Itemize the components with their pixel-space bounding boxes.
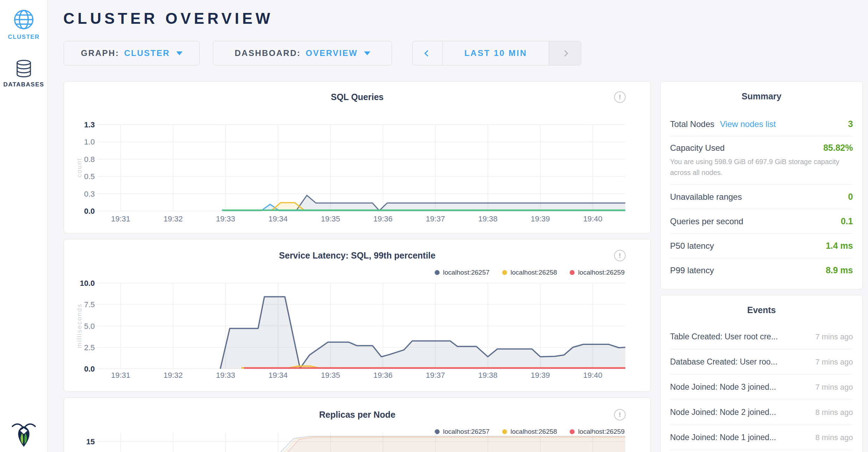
summary-row: P99 latency 8.9 ms <box>670 258 853 282</box>
x-tick-label: 19:36 <box>373 371 392 380</box>
y-tick-label: 10 <box>86 451 95 452</box>
chevron-right-icon <box>562 50 568 56</box>
cockroachdb-logo <box>0 421 48 449</box>
y-tick-label: 15 <box>86 437 95 446</box>
y-tick-label: 0.5 <box>84 172 95 181</box>
event-row[interactable]: Database Created: User roo... 7 mins ago <box>670 349 853 375</box>
event-row[interactable]: Node Joined: Node 2 joined... 8 mins ago <box>670 400 853 425</box>
y-tick-label: 5.0 <box>84 322 95 331</box>
summary-row: Unavailable ranges 0 <box>670 185 853 209</box>
y-axis-label: count <box>76 158 83 177</box>
capacity-note: You are using 598.9 GiB of 697.9 GiB sto… <box>670 156 853 185</box>
sidebar-item-label: DATABASES <box>0 81 48 88</box>
y-tick-label: 10.0 <box>80 279 95 288</box>
x-tick-label: 19:38 <box>478 371 497 380</box>
x-tick-label: 19:39 <box>531 371 550 380</box>
chart-card-service-latency: Service Latency: SQL, 99th percentile!lo… <box>64 239 651 392</box>
chevron-left-icon <box>424 50 431 56</box>
series-area-localhost:26259 <box>257 437 625 452</box>
y-tick-label: 0.8 <box>84 155 95 164</box>
x-tick-label: 19:40 <box>583 214 602 223</box>
x-tick-label: 19:31 <box>111 371 130 380</box>
globe-icon <box>13 9 34 30</box>
sidebar-item-label: CLUSTER <box>0 34 48 41</box>
view-nodes-list-link[interactable]: View nodes list <box>720 119 776 129</box>
chevron-down-icon <box>364 51 370 55</box>
x-tick-label: 19:35 <box>321 371 340 380</box>
summary-row: P50 latency 1.4 ms <box>670 234 853 258</box>
summary-row-capacity: Capacity Used 85.82% You are using 598.9… <box>670 136 853 185</box>
graph-dropdown-value: CLUSTER <box>124 48 170 58</box>
y-tick-label: 1.0 <box>84 137 95 146</box>
x-tick-label: 19:32 <box>163 371 183 380</box>
x-tick-label: 19:39 <box>531 214 550 223</box>
dashboard-dropdown-label: DASHBOARD: <box>235 48 301 58</box>
y-axis-label: milliseconds <box>76 303 83 348</box>
events-panel: Events Table Created: User root cre... 7… <box>660 295 863 452</box>
y-tick-label: 1.3 <box>84 120 95 129</box>
event-row[interactable]: Node Joined: Node 3 joined... 7 mins ago <box>670 375 853 400</box>
summary-title: Summary <box>661 82 862 101</box>
event-row[interactable]: Table Created: User root cre... 7 mins a… <box>670 324 853 349</box>
time-prev-button[interactable] <box>413 41 443 65</box>
cockroach-bug-icon <box>10 421 37 448</box>
x-tick-label: 19:37 <box>426 214 445 223</box>
summary-row-total-nodes: Total NodesView nodes list 3 <box>670 112 853 136</box>
chevron-down-icon <box>176 51 183 55</box>
sidebar: CLUSTER DATABASES <box>0 0 48 452</box>
controls-bar: GRAPH: CLUSTER DASHBOARD: OVERVIEW LAST … <box>64 41 581 65</box>
x-tick-label: 19:34 <box>268 214 287 223</box>
capacity-used-label: Capacity Used <box>670 143 725 153</box>
graph-dropdown[interactable]: GRAPH: CLUSTER <box>64 41 200 65</box>
chart-plot[interactable]: 0.00.30.50.81.01.319:3119:3219:3319:3419… <box>64 82 651 234</box>
chart-card-sql-queries: SQL Queries!0.00.30.50.81.01.319:3119:32… <box>64 81 651 233</box>
sidebar-item-cluster[interactable]: CLUSTER <box>0 9 48 41</box>
events-title: Events <box>661 295 862 315</box>
summary-panel: Summary Total NodesView nodes list 3 Cap… <box>660 81 863 289</box>
x-tick-label: 19:31 <box>111 214 130 223</box>
series-area-localhost:26257 <box>220 297 625 369</box>
x-tick-label: 19:37 <box>426 371 445 380</box>
page-title: CLUSTER OVERVIEW <box>63 10 273 27</box>
x-tick-label: 19:32 <box>163 214 183 223</box>
total-nodes-value: 3 <box>848 119 853 129</box>
sidebar-item-databases[interactable]: DATABASES <box>0 59 48 88</box>
x-tick-label: 19:34 <box>268 371 287 380</box>
x-tick-label: 19:35 <box>321 214 340 223</box>
x-tick-label: 19:36 <box>373 214 392 223</box>
dashboard-dropdown[interactable]: DASHBOARD: OVERVIEW <box>213 41 392 65</box>
time-next-button-disabled[interactable] <box>549 41 581 65</box>
databases-icon <box>15 59 33 78</box>
time-range-selector: LAST 10 MIN <box>412 41 581 65</box>
capacity-used-value: 85.82% <box>823 143 853 153</box>
summary-row: Queries per second 0.1 <box>670 209 853 234</box>
time-range-button[interactable]: LAST 10 MIN <box>443 41 549 65</box>
graph-dropdown-label: GRAPH: <box>81 48 119 58</box>
chart-plot[interactable]: 0.02.55.07.510.019:3119:3219:3319:3419:3… <box>64 239 651 392</box>
y-tick-label: 2.5 <box>84 343 95 352</box>
y-tick-label: 7.5 <box>84 300 95 309</box>
x-tick-label: 19:40 <box>583 371 602 380</box>
x-tick-label: 19:33 <box>216 371 235 380</box>
event-row[interactable]: Node Joined: Node 1 joined... 8 mins ago <box>670 425 853 450</box>
y-tick-label: 0.0 <box>84 365 95 373</box>
x-tick-label: 19:38 <box>478 214 497 223</box>
y-tick-label: 0.3 <box>84 190 95 198</box>
chart-card-replicas-per-node: Replicas per Node!localhost:26257localho… <box>64 397 651 452</box>
dashboard-dropdown-value: OVERVIEW <box>306 48 358 58</box>
y-tick-label: 0.0 <box>84 207 95 216</box>
cluster-overview-page: CLUSTER DATABASES <box>0 0 868 452</box>
total-nodes-label: Total Nodes <box>670 119 714 129</box>
chart-plot[interactable]: 151019:3119:3219:3319:3419:3519:3619:371… <box>64 398 651 452</box>
x-tick-label: 19:33 <box>216 214 235 223</box>
